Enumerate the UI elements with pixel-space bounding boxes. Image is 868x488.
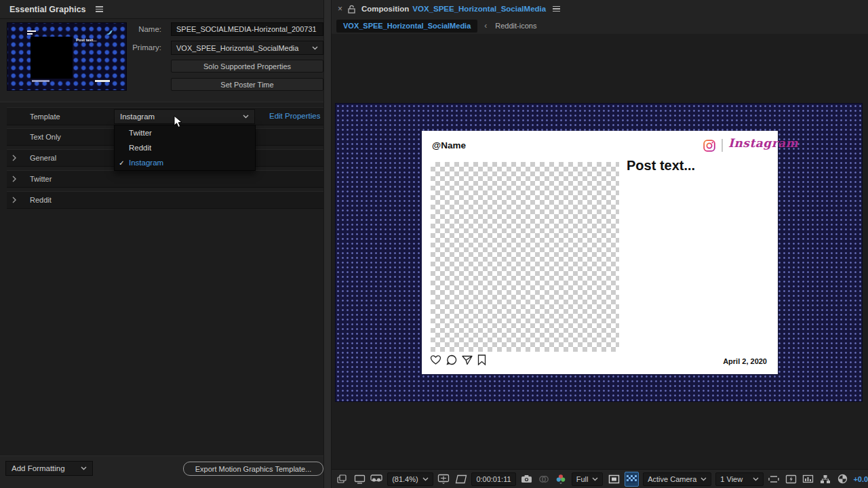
panel-menu-icon[interactable]: [553, 5, 560, 14]
tab-composition-name[interactable]: VOX_SPEE_Horizontal_SocialMedia: [412, 5, 546, 13]
chevron-down-icon: [312, 46, 318, 50]
mouse-cursor: [174, 115, 182, 128]
row-reddit[interactable]: Reddit: [7, 191, 323, 209]
region-of-interest-icon[interactable]: [454, 472, 467, 486]
safe-margins-icon[interactable]: [437, 472, 450, 486]
resolution-value: Full: [576, 475, 589, 483]
template-label: Template: [30, 113, 60, 121]
panel-menu-icon[interactable]: [96, 5, 103, 14]
post-date: April 2, 2020: [723, 357, 767, 365]
chevron-down-icon: [422, 477, 429, 481]
row-label: Twitter: [30, 175, 52, 183]
add-formatting-label: Add Formatting: [12, 464, 65, 472]
preview-monitor-icon[interactable]: [353, 472, 366, 486]
breadcrumb-current[interactable]: VOX_SPEE_Horizontal_SocialMedia: [336, 20, 477, 33]
show-snapshot-icon[interactable]: [537, 472, 550, 486]
menu-item-label: Twitter: [129, 129, 152, 137]
back-chevron-icon[interactable]: ‹: [484, 21, 487, 30]
chevron-down-icon: [81, 466, 87, 470]
solo-supported-properties-button[interactable]: Solo Supported Properties: [171, 60, 323, 73]
pixel-aspect-correction-icon[interactable]: [768, 472, 781, 486]
instagram-camera-icon: [703, 140, 715, 152]
bookmark-icon: [477, 354, 486, 365]
chevron-down-icon: [243, 115, 249, 119]
resolution-select[interactable]: Full: [572, 472, 604, 486]
flowchart-icon[interactable]: [819, 472, 832, 486]
viewer-toolbar: (81.4%) 0:00:01:11 Full: [332, 469, 868, 488]
primary-label: Primary:: [107, 43, 161, 52]
composition-mini-flow-icon[interactable]: [336, 472, 349, 486]
timecode-display[interactable]: 0:00:01:11: [471, 472, 515, 486]
menu-item-twitter[interactable]: Twitter: [115, 125, 255, 140]
add-formatting-select[interactable]: Add Formatting: [5, 461, 93, 476]
chevron-right-icon[interactable]: [12, 155, 16, 161]
composition-breadcrumb: VOX_SPEE_Horizontal_SocialMedia ‹ Reddit…: [332, 18, 868, 34]
row-label: Text Only: [30, 133, 61, 141]
template-row: Template Instagram Edit Properties: [7, 107, 323, 125]
breadcrumb-parent[interactable]: Reddit-icons: [495, 22, 536, 30]
after-effects-window: Essential Graphics Post text... Name: SP…: [0, 0, 868, 488]
panel-divider[interactable]: [323, 0, 332, 488]
chevron-down-icon: [592, 477, 598, 481]
thumb-logo-bar: [27, 30, 36, 32]
share-icon: [462, 355, 473, 365]
camera-view-select[interactable]: Active Camera: [643, 472, 711, 486]
row-twitter[interactable]: Twitter: [7, 170, 323, 188]
name-input[interactable]: SPEE_SOCIALMEDIA-Horizontal_200731: [171, 22, 323, 36]
exposure-value[interactable]: +0.0: [853, 475, 868, 483]
composition-tab-bar: × Composition VOX_SPEE_Horizontal_Social…: [332, 0, 868, 18]
menu-item-label: Reddit: [129, 144, 151, 152]
template-dropdown-menu: Twitter Reddit ✓ Instagram: [114, 125, 256, 171]
menu-item-instagram[interactable]: ✓ Instagram: [115, 155, 255, 170]
template-select[interactable]: Instagram: [114, 109, 255, 124]
row-label: General: [30, 154, 56, 162]
post-handle: @Name: [432, 140, 466, 150]
thumb-logo-bar: [27, 33, 33, 35]
primary-composition-value: VOX_SPEE_Horizontal_SocialMedia: [176, 44, 298, 52]
comment-icon: [446, 354, 457, 365]
unlock-icon[interactable]: [348, 5, 356, 14]
chevron-right-icon[interactable]: [12, 197, 16, 203]
name-label: Name:: [107, 25, 161, 33]
panel-header: Essential Graphics: [0, 0, 323, 19]
export-motion-graphics-template-button[interactable]: Export Motion Graphics Template...: [183, 462, 323, 476]
timeline-icon[interactable]: [802, 472, 814, 486]
fast-previews-icon[interactable]: [785, 472, 797, 486]
edit-properties-link[interactable]: Edit Properties: [269, 112, 320, 120]
3d-glasses-icon[interactable]: [370, 472, 383, 486]
timecode-value: 0:00:01:11: [476, 475, 511, 483]
essential-graphics-panel: Essential Graphics Post text... Name: SP…: [0, 0, 323, 488]
view-layout-select[interactable]: 1 View: [715, 472, 763, 486]
thumb-image-placeholder: [31, 37, 73, 79]
snapshot-camera-icon[interactable]: [520, 472, 533, 486]
menu-item-reddit[interactable]: Reddit: [115, 140, 255, 155]
primary-composition-select[interactable]: VOX_SPEE_Horizontal_SocialMedia: [171, 41, 323, 55]
logo-divider: [722, 139, 723, 152]
thumb-post-text: Post text...: [76, 38, 96, 42]
check-icon: ✓: [115, 159, 129, 167]
heart-icon: [430, 354, 441, 365]
exposure-icon[interactable]: [836, 472, 849, 486]
post-action-icons: [430, 354, 486, 365]
template-select-value: Instagram: [120, 113, 155, 121]
instagram-wordmark: Instagram: [728, 136, 798, 150]
mask-visibility-icon[interactable]: [607, 472, 620, 486]
transparent-image-placeholder: [431, 162, 619, 352]
chevron-right-icon[interactable]: [12, 176, 16, 182]
magnification-select[interactable]: (81.4%): [387, 472, 433, 486]
tab-prefix[interactable]: Composition: [361, 5, 409, 13]
thumb-date-bar: [95, 80, 110, 82]
panel-footer: Add Formatting Export Motion Graphics Te…: [0, 455, 323, 488]
thumb-caption-bar: [32, 80, 50, 82]
view-layout-value: 1 View: [720, 475, 743, 483]
magnification-value: (81.4%): [392, 475, 418, 483]
close-icon[interactable]: ×: [338, 4, 342, 14]
chevron-down-icon: [701, 477, 707, 481]
transparency-grid-icon[interactable]: [625, 472, 639, 487]
row-label: Reddit: [30, 196, 52, 204]
set-poster-time-button[interactable]: Set Poster Time: [171, 78, 323, 91]
camera-view-value: Active Camera: [648, 475, 696, 483]
show-channels-icon[interactable]: [554, 472, 567, 486]
panel-title: Essential Graphics: [9, 5, 86, 14]
post-text: Post text...: [627, 158, 695, 174]
